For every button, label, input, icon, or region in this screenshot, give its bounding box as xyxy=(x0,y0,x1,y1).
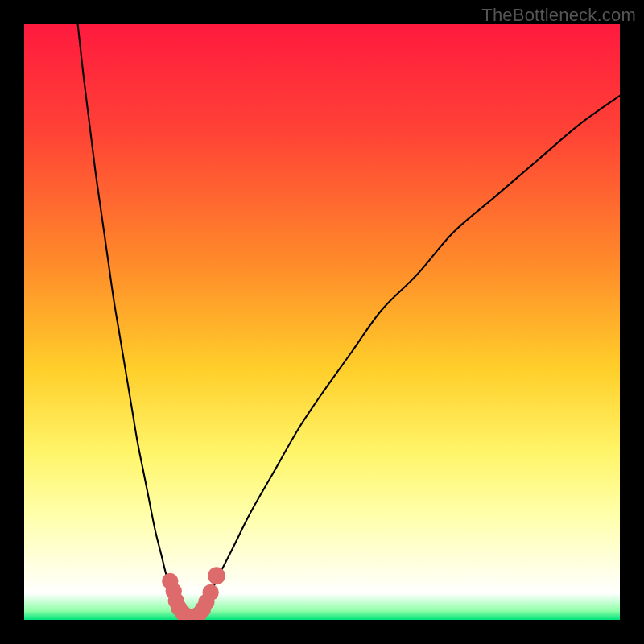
chart-svg xyxy=(24,24,620,620)
gradient-background xyxy=(24,24,620,620)
chart-frame: TheBottleneck.com xyxy=(0,0,644,644)
marker-dot xyxy=(202,584,218,601)
marker-dot xyxy=(208,567,225,584)
watermark-text: TheBottleneck.com xyxy=(481,5,636,26)
chart-plot-area xyxy=(24,24,620,620)
